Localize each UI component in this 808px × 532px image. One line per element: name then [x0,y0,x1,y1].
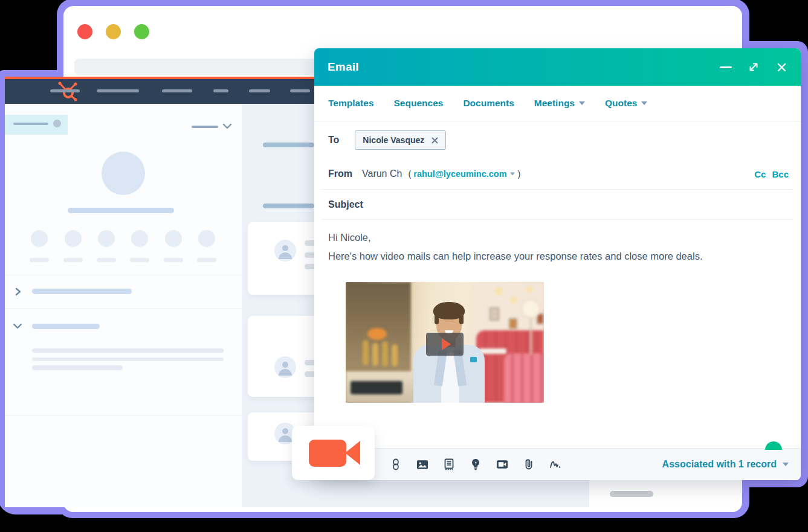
bcc-button[interactable]: Bcc [772,169,789,179]
text-line-placeholder [32,348,224,353]
action-label-placeholder [97,258,116,262]
modal-footer: Associated with 1 record [314,448,801,480]
photo-light [510,296,517,304]
action-label-placeholder [30,258,49,262]
photo-bottle [372,343,378,366]
chip-remove-icon[interactable] [431,137,438,144]
from-field-row: From Varun Ch (rahul@lyceuminc.com ) Cc … [314,159,801,189]
close-button[interactable] [775,61,787,73]
modal-header: Email [314,48,801,86]
play-icon [442,338,451,350]
photo-lamp-globe [521,299,540,318]
divider [5,275,242,275]
photo-hair-side [435,313,439,324]
template-icon[interactable] [443,458,455,470]
play-button[interactable] [426,333,464,356]
email-compose-modal: Email [314,48,801,480]
traffic-light-zoom[interactable] [134,24,149,39]
photo-pocket-square [470,357,477,362]
divider [5,309,242,309]
from-label: From [328,168,352,179]
photo-tray [351,381,402,394]
timeline-header-placeholder [263,204,314,208]
section-title-placeholder [32,289,132,294]
cc-button[interactable]: Cc [754,169,766,179]
video-thumbnail[interactable] [346,282,544,403]
photo-oranges [367,328,387,340]
actions-placeholder [192,126,218,128]
chevron-down-icon[interactable] [222,123,232,130]
signature-icon[interactable] [549,458,561,470]
action-button-placeholder[interactable] [165,230,182,247]
modal-toolbar-tabs: Templates Sequences Documents Meetings Q… [314,86,801,121]
sender-name: Varun Ch [362,168,402,179]
photo-hair-side [459,313,464,324]
action-button-placeholder[interactable] [198,230,215,247]
photo-frame [490,307,499,321]
associated-records-label: Associated with 1 record [662,459,777,470]
photo-booth-seat [504,353,544,403]
link-icon[interactable] [390,458,402,470]
nav-item-placeholder[interactable] [162,89,192,92]
video-camera-lens [345,441,360,465]
action-button-placeholder[interactable] [65,230,82,247]
nav-item-placeholder[interactable] [213,89,228,92]
contact-name-placeholder [68,208,174,213]
body-line: Here's how video mails can help increase… [328,247,787,266]
image-icon[interactable] [416,458,428,470]
photo-bottle [382,341,388,367]
associated-records-dropdown[interactable]: Associated with 1 record [662,459,789,470]
expand-button[interactable] [748,61,760,73]
tab-sequences[interactable]: Sequences [394,98,444,109]
action-button-placeholder[interactable] [98,230,115,247]
video-camera-icon [309,440,346,467]
nav-item-placeholder[interactable] [249,89,270,92]
subject-label: Subject [328,199,363,210]
tab-meetings[interactable]: Meetings [534,98,585,109]
body-line: Hi Nicole, [328,228,787,247]
divider [5,415,242,415]
section-title-placeholder [32,324,100,329]
action-button-placeholder[interactable] [31,230,48,247]
tab-documents[interactable]: Documents [463,98,514,109]
screenshot-stage: Email [0,0,808,532]
chevron-down-icon[interactable] [13,322,22,330]
traffic-light-minimize[interactable] [106,24,121,39]
tab-templates[interactable]: Templates [328,98,374,109]
photo-light [494,287,503,295]
nav-item-placeholder[interactable] [97,89,139,92]
caret-down-icon [579,101,585,105]
caret-down-icon [783,463,789,466]
traffic-light-close[interactable] [77,24,92,39]
subject-field[interactable]: Subject [314,190,801,219]
action-label-placeholder [63,258,83,262]
email-body-editor[interactable]: Hi Nicole, Here's how video mails can he… [314,220,801,480]
photo-lamp-stand [530,317,532,354]
sender-email: rahul@lyceuminc.com [413,169,506,179]
back-link-placeholder [13,123,48,125]
avatar [274,356,296,378]
tab-quotes[interactable]: Quotes [605,98,647,109]
text-line-placeholder [32,357,224,361]
text-line-placeholder [32,365,123,370]
recipient-name: Nicole Vasquez [363,135,424,145]
caret-down-icon [510,173,515,176]
paperclip-icon[interactable] [523,458,535,470]
timeline-header-placeholder [263,143,314,147]
sender-email-dropdown[interactable]: (rahul@lyceuminc.com ) [408,169,520,179]
photo-bottle [392,344,398,367]
minimize-button[interactable] [720,61,732,73]
photo-bottle [363,340,369,365]
avatar [102,152,145,195]
video-icon[interactable] [496,458,508,470]
chevron-right-icon[interactable] [15,287,22,296]
nav-item-placeholder[interactable] [50,89,80,92]
record-video-button[interactable] [292,426,375,480]
action-button-placeholder[interactable] [131,230,148,247]
to-field-row[interactable]: To Nicole Vasquez [314,121,801,159]
lightbulb-icon[interactable] [470,458,482,470]
back-link-dot [53,120,61,127]
nav-item-placeholder[interactable] [290,89,310,92]
recipient-chip[interactable]: Nicole Vasquez [355,130,446,150]
photo-frame [509,318,517,329]
